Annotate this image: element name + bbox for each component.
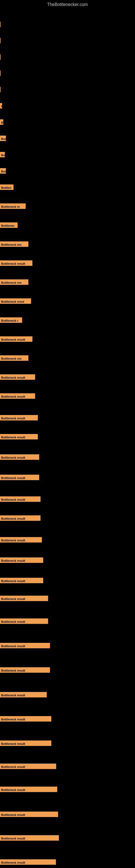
- site-title: TheBottlenecker.com: [0, 0, 135, 9]
- bar-label: Bottlenec: [0, 222, 17, 228]
- bar-row: Bottleneck result: [0, 741, 135, 746]
- bar-row: Bottleneck result: [0, 516, 135, 521]
- bar-row: [0, 38, 135, 43]
- bar-row: Bottleneck r: [0, 317, 135, 323]
- bar-row: Bottleneck result: [0, 475, 135, 480]
- bar-row: Bottleneck result: [0, 557, 135, 563]
- bar-row: [0, 54, 135, 60]
- bar-label: Bot: [0, 168, 6, 174]
- bar-label: Bottleneck result: [0, 578, 43, 583]
- bar-label: Bottleneck result: [0, 667, 50, 673]
- bar-label: Bottleneck res: [0, 355, 28, 361]
- bar-row: Bot: [0, 168, 135, 174]
- bar-row: Bottleneck result: [0, 859, 135, 865]
- bar-label: Bottleneck result: [0, 415, 38, 421]
- bar-label: Bottleneck result: [0, 764, 56, 769]
- bar-row: Bottleneck res: [0, 355, 135, 361]
- bar-label: Bottleneck result: [0, 454, 39, 460]
- bar-row: [0, 87, 135, 92]
- bar-label: Bottleneck result: [0, 475, 39, 480]
- bar-label: Bottleneck result: [0, 716, 51, 721]
- bar-row: Bottleneck re: [0, 204, 135, 209]
- bar-label: Bottleneck result: [0, 741, 51, 746]
- bar-label: Bottleneck result: [0, 537, 42, 542]
- bar-fill: [0, 70, 1, 76]
- bar-row: Bottleneck result: [0, 812, 135, 817]
- bar-row: Bottleneck result: [0, 643, 135, 648]
- bar-row: Bottleneck result: [0, 764, 135, 769]
- bar-label: Bottleneck result: [0, 557, 43, 563]
- bar-label: Bottleneck result: [0, 643, 50, 648]
- bar-row: B: [0, 119, 135, 125]
- bar-row: Bottleneck result: [0, 496, 135, 502]
- bar-row: Bottleneck result: [0, 835, 135, 841]
- bar-row: B: [0, 103, 135, 108]
- bar-row: Bottleneck result: [0, 336, 135, 342]
- bar-row: Bottleneck result: [0, 393, 135, 399]
- bar-row: Bottleneck res: [0, 241, 135, 247]
- bar-label: Bottleneck result: [0, 835, 59, 841]
- bar-label: Bottleneck resul: [0, 299, 31, 304]
- bar-row: Bottlen: [0, 184, 135, 190]
- bar-label: Bo: [0, 152, 5, 157]
- bar-row: Bottleneck result: [0, 454, 135, 460]
- bar-label: Bottleneck result: [0, 859, 56, 865]
- bar-label: Bottleneck result: [0, 393, 35, 399]
- bar-label: Bot: [0, 135, 6, 141]
- bar-label: Bottleneck res: [0, 279, 28, 285]
- bar-fill: [0, 22, 1, 27]
- bar-label: Bottleneck result: [0, 496, 41, 502]
- bar-label: Bottlen: [0, 184, 13, 190]
- bar-label: Bottleneck result: [0, 260, 32, 266]
- bar-row: Bottleneck res: [0, 279, 135, 285]
- bar-row: Bottleneck result: [0, 786, 135, 792]
- bar-row: Bottleneck result: [0, 692, 135, 698]
- bar-fill: [0, 54, 1, 60]
- bar-row: Bottleneck result: [0, 667, 135, 673]
- bar-row: Bottleneck result: [0, 596, 135, 601]
- bar-label: Bottleneck result: [0, 434, 38, 439]
- bar-label: Bottleneck result: [0, 596, 48, 601]
- bar-row: Bottleneck result: [0, 374, 135, 380]
- bar-row: Bo: [0, 152, 135, 157]
- bar-row: Bottlenec: [0, 222, 135, 228]
- bar-row: Bottleneck result: [0, 537, 135, 542]
- bar-row: Bottleneck result: [0, 434, 135, 439]
- bar-fill: [0, 87, 1, 92]
- bar-row: [0, 22, 135, 27]
- bar-row: Bot: [0, 135, 135, 141]
- bar-label: Bottleneck result: [0, 812, 58, 817]
- bar-label: Bottleneck r: [0, 317, 22, 323]
- bar-label: Bottleneck result: [0, 374, 35, 380]
- bar-fill: [0, 38, 1, 43]
- bar-label: Bottleneck result: [0, 516, 41, 521]
- bar-label: Bottleneck result: [0, 618, 48, 624]
- bar-row: Bottleneck result: [0, 578, 135, 583]
- bar-label: B: [0, 103, 2, 108]
- bar-label: Bottleneck result: [0, 786, 57, 792]
- bar-row: Bottleneck result: [0, 716, 135, 721]
- bar-row: [0, 70, 135, 76]
- bar-label: Bottleneck res: [0, 241, 28, 247]
- bar-row: Bottleneck result: [0, 260, 135, 266]
- bar-label: Bottleneck result: [0, 692, 47, 698]
- bar-label: B: [0, 119, 3, 125]
- bar-label: Bottleneck re: [0, 204, 26, 209]
- bar-row: Bottleneck result: [0, 415, 135, 421]
- bar-row: Bottleneck resul: [0, 299, 135, 304]
- bar-label: Bottleneck result: [0, 336, 32, 342]
- bar-row: Bottleneck result: [0, 618, 135, 624]
